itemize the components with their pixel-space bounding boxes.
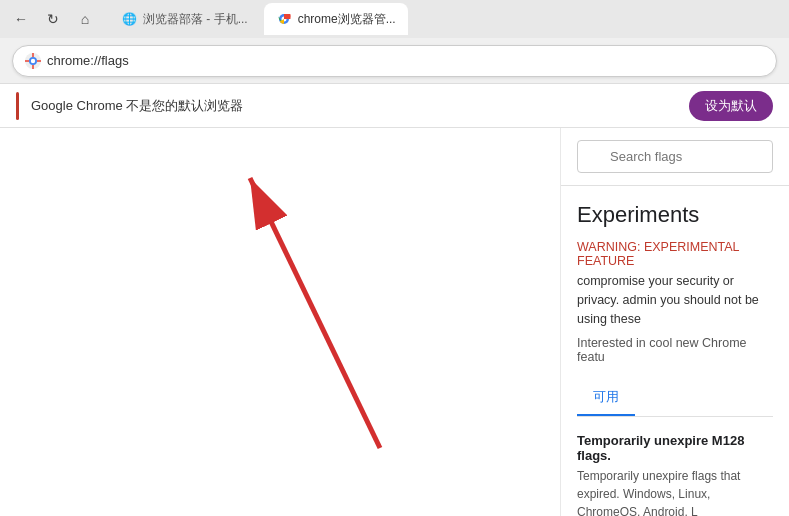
address-bar[interactable]: chrome://flags [12, 45, 777, 77]
url-text: chrome://flags [47, 53, 129, 68]
flag-item-desc: Temporarily unexpire flags that expired.… [577, 467, 773, 516]
main-content: 🔍 Experiments WARNING: EXPERIMENTAL FEAT… [0, 128, 789, 516]
tab-chrome-flags[interactable]: chrome浏览器管... [264, 3, 408, 35]
set-default-button[interactable]: 设为默认 [689, 91, 773, 121]
reload-button[interactable]: ↻ [40, 6, 66, 32]
browser-frame: ← ↻ ⌂ 🌐 浏览器部落 - 手机... c [0, 0, 789, 516]
tab-browser-label: 浏览器部落 - 手机... [143, 11, 248, 28]
warning-title: WARNING: EXPERIMENTAL FEATURE [577, 240, 773, 268]
home-icon: ⌂ [81, 11, 89, 27]
flag-item: Temporarily unexpire M128 flags. Tempora… [577, 417, 773, 516]
svg-line-5 [250, 178, 380, 448]
back-icon: ← [14, 11, 28, 27]
red-arrow [30, 128, 470, 498]
experiments-section: Experiments WARNING: EXPERIMENTAL FEATUR… [561, 186, 789, 516]
search-flags-input[interactable] [577, 140, 773, 173]
right-panel: 🔍 Experiments WARNING: EXPERIMENTAL FEAT… [560, 128, 789, 516]
address-bar-row: chrome://flags [0, 38, 789, 84]
warning-body: compromise your security or privacy. adm… [577, 272, 773, 328]
flag-item-title: Temporarily unexpire M128 flags. [577, 433, 773, 463]
tab-bar: ← ↻ ⌂ 🌐 浏览器部落 - 手机... c [0, 0, 789, 38]
search-flags-bar: 🔍 [561, 128, 789, 186]
experiments-title: Experiments [577, 202, 773, 228]
tabs-row: 可用 [577, 380, 773, 417]
notification-text: Google Chrome 不是您的默认浏览器 [31, 97, 677, 115]
back-button[interactable]: ← [8, 6, 34, 32]
nav-buttons: ← ↻ ⌂ [8, 6, 98, 32]
chrome-favicon [276, 11, 292, 27]
available-tab[interactable]: 可用 [577, 380, 635, 416]
home-button[interactable]: ⌂ [72, 6, 98, 32]
notification-bar: Google Chrome 不是您的默认浏览器 设为默认 [0, 84, 789, 128]
tab-chrome-flags-label: chrome浏览器管... [298, 11, 396, 28]
tab-browser[interactable]: 🌐 浏览器部落 - 手机... [110, 3, 260, 35]
chrome-address-icon [25, 53, 41, 69]
left-panel [0, 128, 560, 516]
notification-indicator [16, 92, 19, 120]
tab-browser-favicon: 🌐 [122, 12, 137, 26]
svg-point-3 [31, 58, 35, 62]
search-wrapper: 🔍 [577, 140, 773, 173]
interested-text: Interested in cool new Chrome featu [577, 336, 773, 364]
reload-icon: ↻ [47, 11, 59, 27]
